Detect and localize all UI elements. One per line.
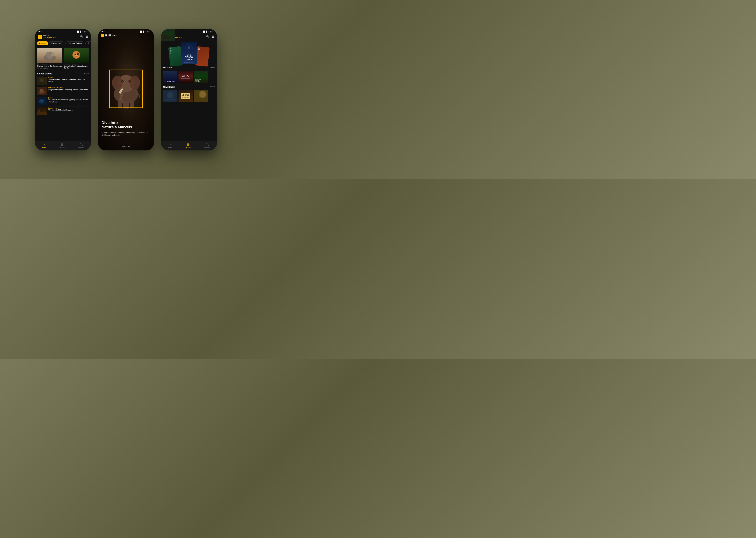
story-thumb-env (37, 108, 47, 115)
story-thumb-science (37, 97, 47, 105)
svg-rect-14 (78, 53, 79, 56)
status-icons-right: ▋▋▋ ▲ ▮▮▮ (203, 31, 213, 32)
story-content-travel: TRAVEL This December: Culinary Adventure… (48, 77, 89, 83)
svg-rect-26 (41, 88, 42, 92)
nattv-icon-right: ⊞ (187, 142, 189, 146)
series-thumb-explorer[interactable] (194, 90, 208, 102)
discover-thumb-life-below[interactable]: LIFE BELOW ZERO° (163, 71, 177, 83)
category-name-history: HISTORY & CULTURE (49, 87, 64, 88)
featured-card-tiger[interactable]: By Sandra Ogechukwu Unraveling the Mysti… (64, 48, 89, 70)
series-thumb-1[interactable] (163, 90, 177, 102)
discover-header: Discover See all (161, 65, 217, 70)
story-category-history: HISTORY & CULTURE (48, 87, 89, 88)
tab-environment[interactable]: Environment (49, 41, 65, 45)
svg-point-33 (38, 110, 40, 112)
card-title-elephant: The evolution of the elephant and it's s… (37, 65, 62, 69)
bottom-nav-left: ⌂ Home ⊞ Nat TV ◯ Account (35, 141, 91, 150)
story-item-travel[interactable]: TRAVEL This December: Culinary Adventure… (35, 76, 91, 86)
category-bar-science (48, 97, 49, 99)
jfk-title: JFK (182, 74, 189, 78)
story-title-history: Forgotten Histories: Unearthing Ancient … (48, 89, 89, 91)
logo-left: NATIONAL GEOGRAPHIC (38, 35, 56, 39)
header-left: NATIONAL GEOGRAPHIC 🔍 ☰ (35, 34, 91, 40)
swipe-up[interactable]: ⌃⌃ Swipe Up (98, 139, 154, 148)
new-series-see-all[interactable]: See all (210, 86, 215, 88)
nav-nattv-right[interactable]: ⊞ Nat TV (185, 142, 191, 149)
account-icon-right: ◯ (206, 142, 209, 146)
status-bar-left: 9:41 ▋▋▋ ▲ ▮▮▮ (35, 29, 91, 34)
discover-title-life-below: LIFE BELOW ZERO° (164, 81, 177, 82)
author-bar (37, 63, 37, 65)
status-icons-left: ▋▋▋ ▲ ▮▮▮ (77, 31, 87, 32)
svg-point-8 (45, 53, 47, 54)
phone-center: 9:41 ▋▋▋ ▲ ▮▮▮ (98, 29, 154, 150)
svg-rect-5 (51, 59, 52, 62)
author-name-tiger: By Sandra Ogechukwu (65, 63, 77, 65)
show-card-left[interactable]: HEDOUW (168, 46, 183, 67)
svg-rect-56 (166, 99, 175, 100)
discover-thumb-jfk[interactable]: JFK ONE DAY IN AMERICA (178, 71, 193, 83)
nav-account-left[interactable]: ◯ Account (78, 142, 84, 149)
search-icon-left[interactable]: 🔍 (80, 35, 84, 38)
nav-home-right[interactable]: ⌂ Home (167, 142, 172, 149)
phone-right: 9:41 ▋▋▋ ▲ ▮▮▮ NATIONAL GEOGRAPHIC 🔍 ☰ (161, 29, 217, 150)
center-logo-text: NATIONAL GEOGRAPHIC (105, 34, 117, 37)
nav-nattv-left[interactable]: ⊞ Nat TV (60, 142, 65, 149)
story-category-env: ENVIRONMENT (48, 108, 89, 109)
story-content-science: SCIENCE The Marvels of Marine Biology: E… (48, 97, 89, 103)
author-name-elephant: By Tunde Awolowo (38, 63, 48, 65)
svg-point-59 (200, 91, 206, 97)
account-icon-left: ◯ (79, 142, 83, 146)
menu-icon-right[interactable]: ☰ (212, 35, 214, 38)
card-title-tiger: Unraveling the Mystique Largest Big Cat (64, 65, 89, 69)
svg-point-21 (40, 79, 44, 82)
story-item-env[interactable]: ENVIRONMENT The Impact of Climate Change… (35, 106, 91, 117)
story-item-science[interactable]: SCIENCE The Marvels of Marine Biology: E… (35, 96, 91, 106)
svg-point-55 (167, 92, 173, 98)
story-thumb-history (37, 87, 47, 95)
new-series-header: New Series See all (161, 84, 217, 89)
story-item-history[interactable]: HISTORY & CULTURE Forgotten Histories: U… (35, 86, 91, 96)
story-title-science: The Marvels of Marine Biology: Exploring… (48, 99, 89, 103)
svg-point-19 (77, 54, 78, 55)
new-series-title: New Series (163, 86, 175, 88)
status-bar-center: 9:41 ▋▋▋ ▲ ▮▮▮ (98, 29, 154, 34)
tab-sci[interactable]: Sci (85, 41, 91, 45)
latest-stories-see-all[interactable]: See all (84, 73, 89, 75)
show-card-center[interactable]: LIFEBELOWZERO° NEXT GENERATION (181, 42, 197, 64)
nav-home-left[interactable]: ⌂ Home (42, 142, 46, 149)
nattv-label-right: Nat TV (185, 147, 191, 149)
featured-cards: By Tunde Awolowo The evolution of the el… (35, 46, 91, 71)
nav-account-right[interactable]: ◯ Account (204, 142, 211, 149)
card-author-tiger: By Sandra Ogechukwu (64, 63, 89, 65)
story-title-travel: This December: Culinary Adventures Aroun… (48, 79, 89, 83)
card-caption-tiger: By Sandra Ogechukwu Unraveling the Mysti… (64, 63, 89, 70)
series-thumb-lost-cities[interactable]: LOST CITIESREVEALEDWITH ALBERT LIN (178, 90, 193, 102)
hero-shows: HEDOUW LIFEBELOWZERO° NEXT GENERATION OL… (161, 40, 217, 65)
header-icons-right: 🔍 ☰ (206, 35, 214, 38)
animal-journey-title: INCREDIBLEANIMALJOURNEY (195, 79, 208, 82)
home-icon-right: ⌂ (169, 142, 171, 146)
discover-see-all[interactable]: See all (210, 67, 215, 68)
time-left: 9:41 (38, 30, 43, 33)
tab-history-culture[interactable]: History & Culture (66, 41, 84, 45)
show-card-right[interactable]: OLIRE (195, 46, 210, 67)
wifi-icon-center: ▲ (145, 31, 147, 32)
latest-stories-header: Latest Stories See all (35, 71, 91, 76)
menu-icon-left[interactable]: ☰ (86, 35, 88, 38)
swipe-arrows: ⌃⌃ (125, 139, 127, 145)
home-label-left: Home (42, 147, 46, 148)
account-label-right: Account (204, 147, 211, 149)
wifi-icon: ▲ (82, 31, 84, 32)
featured-card-elephant[interactable]: By Tunde Awolowo The evolution of the el… (37, 48, 62, 70)
discover-section: Discover See all LIFE BELOW ZERO° JFK ON… (161, 65, 217, 84)
tab-animals[interactable]: Animals (37, 41, 48, 45)
discover-thumb-animal[interactable]: INCREDIBLEANIMALJOURNEY (194, 71, 208, 83)
discover-thumbnails: LIFE BELOW ZERO° JFK ONE DAY IN AMERICA … (161, 70, 217, 84)
category-name-science: SCIENCE (49, 97, 56, 99)
card-author-elephant: By Tunde Awolowo (37, 63, 62, 65)
category-bar-env (48, 108, 49, 109)
story-title-env: The Impact of Climate Change on (48, 109, 89, 111)
story-content-history: HISTORY & CULTURE Forgotten Histories: U… (48, 87, 89, 91)
search-icon-right[interactable]: 🔍 (206, 35, 210, 38)
